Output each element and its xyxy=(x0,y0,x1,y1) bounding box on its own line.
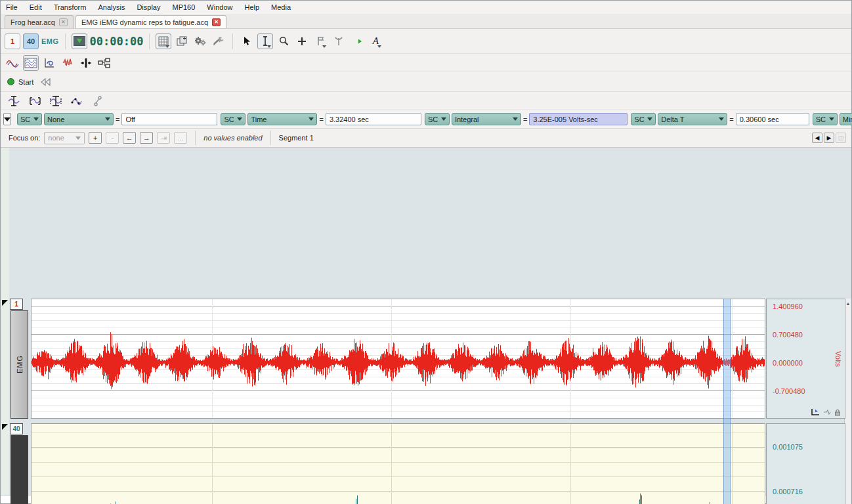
focus-prev-button[interactable]: ← xyxy=(123,132,136,144)
stacked-chart-mode-button[interactable] xyxy=(23,55,39,71)
find-peaks-button[interactable] xyxy=(69,93,85,109)
connect-endpoints-button[interactable] xyxy=(90,93,106,109)
find-cycle-button[interactable] xyxy=(27,93,43,109)
tab-emg-iemg[interactable]: EMG iEMG dynamic reps to fatigue.acq ✕ xyxy=(75,15,226,28)
measurement-channel-select[interactable]: SC xyxy=(221,113,245,125)
menu-help[interactable]: Help xyxy=(244,3,259,11)
xy-mode-button[interactable] xyxy=(41,55,57,71)
next-event-button[interactable] xyxy=(349,33,365,49)
channel-label-bar-emg[interactable]: EMG xyxy=(11,310,28,419)
channel-number-box-1[interactable]: 1 xyxy=(10,299,23,310)
channel-label-bar-iemg[interactable]: iEMG xyxy=(11,435,28,504)
gears-icon xyxy=(194,36,206,47)
function-label: Integral xyxy=(455,116,479,123)
chevron-down-icon xyxy=(829,117,834,121)
focus-next-button[interactable]: → xyxy=(140,132,153,144)
focus-add-button[interactable]: + xyxy=(89,132,102,144)
layout-mode-button[interactable] xyxy=(96,55,112,71)
y-tick-label: -0.700480 xyxy=(773,387,805,395)
y-tick-label: 0.001075 xyxy=(773,443,803,451)
segment-next-button[interactable]: ▶ xyxy=(824,133,834,143)
focus-dropdown[interactable]: none xyxy=(44,132,85,144)
menu-display[interactable]: Display xyxy=(137,3,160,11)
emg-y-axis-panel[interactable]: 1.400960 0.700480 0.000000 -0.700480 Vol… xyxy=(766,299,845,419)
wave-brackets-cursor-icon xyxy=(49,96,62,106)
scope-mode-button[interactable] xyxy=(5,55,20,71)
measurement-channel-select[interactable]: SC xyxy=(813,113,838,125)
close-icon[interactable]: ✕ xyxy=(59,18,68,26)
annotation-tool-button[interactable]: A xyxy=(368,33,383,49)
measurement-value[interactable] xyxy=(326,113,421,125)
menu-media[interactable]: Media xyxy=(271,3,291,11)
zoom-tool-button[interactable] xyxy=(276,33,291,49)
waveform-tools-icon[interactable] xyxy=(823,409,831,415)
measurement-value-highlighted[interactable] xyxy=(529,113,628,125)
arrow-tool-button[interactable] xyxy=(239,33,255,49)
measurement-value[interactable] xyxy=(121,113,217,125)
measurement-channel-select[interactable]: SC xyxy=(17,113,42,125)
menu-window[interactable]: Window xyxy=(207,3,232,11)
dropdown-caret-icon xyxy=(165,45,169,48)
acquisition-toolbar: Start xyxy=(1,72,851,92)
measurement-value[interactable] xyxy=(736,113,809,125)
emg-plot-area[interactable] xyxy=(31,299,765,419)
segment-prev-button[interactable]: ◀ xyxy=(812,133,822,143)
separator xyxy=(149,33,150,49)
event-insert-button[interactable] xyxy=(294,33,310,49)
iemg-plot-area[interactable] xyxy=(31,423,765,504)
media-playback-button[interactable] xyxy=(72,33,87,49)
menu-mp160[interactable]: MP160 xyxy=(172,3,195,11)
measurement-function-select[interactable]: Delta T xyxy=(658,113,727,125)
menu-edit[interactable]: Edit xyxy=(30,3,42,11)
separator xyxy=(270,131,271,145)
channel-number-box-40[interactable]: 40 xyxy=(10,423,23,434)
dropdown-caret-icon xyxy=(377,45,381,48)
separator xyxy=(195,131,196,145)
tab-frog-hear[interactable]: Frog hear.acq ✕ xyxy=(5,15,74,28)
focus-more-button[interactable]: ... xyxy=(174,132,187,144)
measurement-function-select[interactable]: Min xyxy=(840,113,852,125)
measurement-function-select[interactable]: Time xyxy=(247,113,317,125)
event-palette-button[interactable] xyxy=(331,33,347,49)
preferences-button[interactable] xyxy=(192,33,208,49)
focus-last-button[interactable]: ⇥ xyxy=(157,132,170,144)
measurement-channel-select[interactable]: SC xyxy=(425,113,450,125)
y-axis-units: Volts xyxy=(834,351,842,367)
close-icon[interactable]: ✕ xyxy=(212,18,221,26)
event-flag-button[interactable] xyxy=(312,33,328,49)
tools-button[interactable] xyxy=(211,33,226,49)
start-button[interactable]: Start xyxy=(18,78,33,86)
ibeam-tool-button[interactable] xyxy=(257,33,273,49)
rewind-icon[interactable] xyxy=(40,78,51,86)
overlap-mode-button[interactable] xyxy=(60,55,75,71)
lock-icon[interactable] xyxy=(834,409,841,416)
measurement-function-select[interactable]: Integral xyxy=(452,113,521,125)
scroll-up-icon[interactable]: ▲ xyxy=(845,299,851,307)
main-toolbar: 1 40 EMG 00:00:00 xyxy=(1,29,851,54)
wave-vrange-icon xyxy=(7,96,20,106)
acqknowledge-window: File Edit Transform Analysis Display MP1… xyxy=(0,0,852,504)
tile-windows-button[interactable] xyxy=(174,33,190,49)
segment-options-button[interactable]: ◫ xyxy=(836,133,846,143)
iemg-y-axis-panel[interactable]: 0.001075 0.000716 0.000358 -0.000000 Vol… xyxy=(766,423,845,504)
cycle-detector-button[interactable] xyxy=(6,93,22,109)
grid-options-button[interactable] xyxy=(156,33,171,49)
channel-40-button[interactable]: 40 xyxy=(23,33,39,49)
menu-analysis[interactable]: Analysis xyxy=(98,3,125,11)
overlapped-traces-icon xyxy=(62,58,74,68)
channel-1-button[interactable]: 1 xyxy=(5,33,20,49)
menu-transform[interactable]: Transform xyxy=(54,3,87,11)
marker-mode-button[interactable] xyxy=(78,55,94,71)
measurement-group-1: SC None = xyxy=(17,113,217,125)
selection-cursor[interactable] xyxy=(723,299,731,504)
menu-file[interactable]: File xyxy=(6,3,18,11)
find-next-cycle-button[interactable] xyxy=(48,93,64,109)
focus-remove-button[interactable]: - xyxy=(106,132,119,144)
wrench-icon xyxy=(213,37,224,46)
measurement-function-select[interactable]: None xyxy=(44,113,114,125)
autoscale-icon[interactable] xyxy=(811,408,820,416)
function-label: Min xyxy=(843,116,852,123)
measurement-channel-select[interactable]: SC xyxy=(631,113,656,125)
measurement-rows-button[interactable] xyxy=(3,113,11,125)
segment-nav: ◀ ▶ ◫ xyxy=(812,133,846,143)
